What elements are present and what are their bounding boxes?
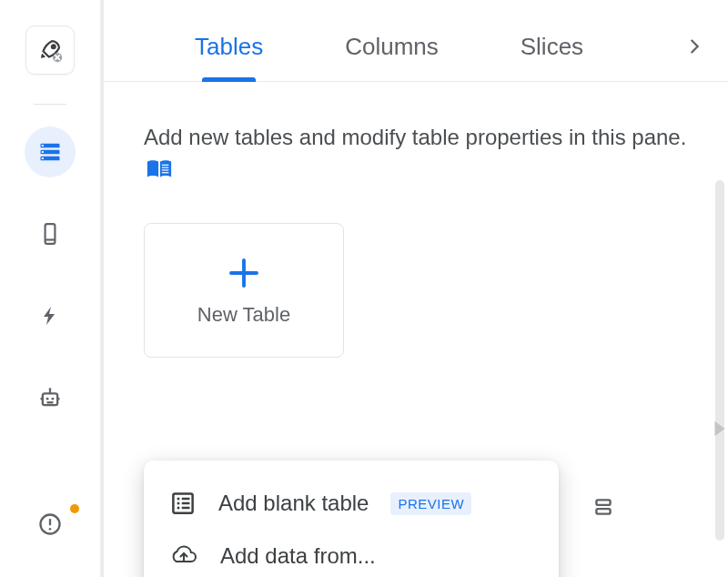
rocket-status-card[interactable] [25, 25, 75, 75]
svg-rect-37 [596, 500, 610, 504]
expand-right-arrow[interactable] [712, 419, 728, 439]
cloud-upload-icon [169, 542, 198, 570]
tabs-scroll-right[interactable] [684, 36, 704, 56]
svg-rect-38 [596, 509, 610, 513]
svg-point-32 [177, 507, 180, 510]
sidebar-item-bot[interactable] [25, 372, 76, 423]
intro-text: Add new tables and modify table properti… [144, 122, 688, 183]
svg-point-0 [52, 45, 56, 48]
menu-item-add-blank-table[interactable]: Add blank table PREVIEW [144, 477, 559, 530]
svg-point-13 [46, 398, 49, 400]
rocket-icon [36, 36, 64, 64]
preview-badge: PREVIEW [390, 492, 471, 515]
rows-icon [37, 139, 63, 165]
alert-circle-icon [37, 511, 63, 537]
new-table-card[interactable]: New Table [144, 223, 344, 358]
sidebar-item-alerts[interactable] [25, 499, 76, 550]
main-pane: Tables Columns Slices Add new tables and… [104, 0, 728, 577]
robot-icon [37, 385, 63, 410]
sidebar-item-data[interactable] [25, 127, 76, 177]
sidebar-item-views[interactable] [25, 208, 76, 259]
book-icon[interactable] [146, 157, 173, 181]
new-table-label: New Table [197, 303, 290, 327]
plus-icon [225, 254, 263, 292]
phone-icon [38, 222, 62, 246]
new-table-menu: Add blank table PREVIEW Add data from... [144, 461, 559, 577]
svg-point-17 [49, 388, 52, 390]
menu-item-add-data-from[interactable]: Add data from... [144, 530, 559, 577]
tab-slices[interactable]: Slices [521, 33, 583, 81]
svg-rect-9 [42, 157, 44, 159]
intro-text-span: Add new tables and modify table properti… [144, 125, 686, 149]
svg-point-30 [177, 498, 180, 501]
view-toggle-button[interactable] [592, 495, 615, 519]
svg-rect-10 [46, 224, 56, 244]
svg-point-22 [49, 528, 52, 531]
sidebar-divider [34, 104, 66, 105]
svg-rect-8 [42, 151, 44, 153]
menu-item-label: Add blank table [218, 491, 369, 516]
bolt-icon [39, 305, 61, 327]
notification-dot [70, 504, 79, 513]
svg-point-31 [177, 502, 180, 505]
scrollbar[interactable] [715, 180, 724, 541]
sidebar-item-automation[interactable] [25, 290, 76, 341]
menu-item-label: Add data from... [220, 543, 376, 569]
chevron-right-icon [684, 36, 704, 56]
triangle-right-icon [712, 419, 728, 439]
tab-tables[interactable]: Tables [195, 33, 263, 81]
svg-rect-7 [42, 145, 44, 147]
stack-icon [592, 495, 615, 519]
content-area: Add new tables and modify table properti… [104, 82, 728, 577]
sidebar [0, 0, 100, 577]
table-list-icon [169, 490, 197, 517]
tab-columns[interactable]: Columns [345, 33, 439, 81]
svg-point-14 [52, 398, 55, 400]
tabs-container: Tables Columns Slices [104, 0, 728, 82]
